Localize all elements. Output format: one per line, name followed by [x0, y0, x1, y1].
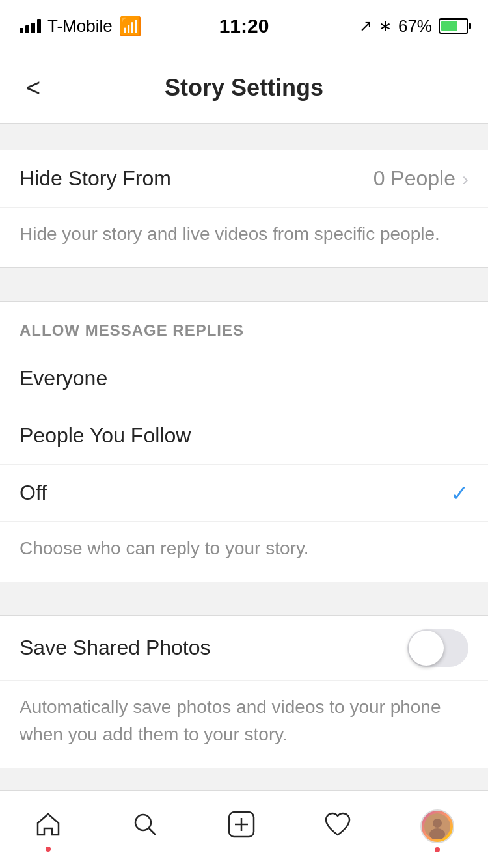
- battery-percent: 67%: [398, 16, 432, 36]
- home-icon: [34, 810, 62, 843]
- nav-home[interactable]: [34, 810, 62, 843]
- reply-option-following[interactable]: People You Follow: [0, 407, 488, 465]
- hide-story-description: Hide your story and live videos from spe…: [0, 208, 488, 267]
- nav-add[interactable]: [227, 810, 256, 843]
- svg-point-6: [433, 819, 442, 828]
- bluetooth-icon: ∗: [379, 17, 392, 35]
- reply-option-off[interactable]: Off ✓: [0, 465, 488, 522]
- home-dot: [46, 847, 51, 852]
- hide-story-section: Hide Story From 0 People › Hide your sto…: [0, 150, 488, 268]
- reply-everyone-label: Everyone: [20, 366, 107, 390]
- status-time: 11:20: [219, 15, 269, 37]
- hide-story-label: Hide Story From: [20, 167, 171, 191]
- page-title: Story Settings: [165, 74, 323, 102]
- nav-search[interactable]: [131, 810, 159, 843]
- replies-description: Choose who can reply to your story.: [0, 522, 488, 582]
- svg-line-1: [149, 828, 156, 835]
- reply-option-everyone[interactable]: Everyone: [0, 350, 488, 407]
- section-gap-1: [0, 268, 488, 301]
- profile-avatar: [420, 809, 454, 843]
- bottom-nav: [0, 790, 488, 868]
- heart-icon: [323, 810, 352, 843]
- hide-story-count: 0 People: [373, 167, 455, 191]
- search-icon: [131, 810, 159, 843]
- checkmark-icon: ✓: [450, 480, 468, 506]
- signal-icon: [20, 19, 41, 33]
- add-icon: [227, 810, 256, 843]
- message-replies-header: ALLOW MESSAGE REPLIES: [0, 301, 488, 350]
- status-bar: T-Mobile 📶 11:20 ↗ ∗ 67%: [0, 0, 488, 52]
- save-photos-toggle[interactable]: [407, 629, 468, 667]
- wifi-icon: 📶: [119, 16, 142, 37]
- nav-bar: < Story Settings: [0, 52, 488, 124]
- chevron-right-icon: ›: [462, 168, 468, 190]
- nav-activity[interactable]: [323, 810, 352, 843]
- save-photos-label: Save Shared Photos: [20, 636, 211, 660]
- carrier-label: T-Mobile: [47, 16, 113, 36]
- reply-following-label: People You Follow: [20, 424, 191, 448]
- battery-icon: [439, 18, 468, 34]
- save-photos-row: Save Shared Photos: [0, 616, 488, 681]
- hide-story-row[interactable]: Hide Story From 0 People ›: [0, 150, 488, 208]
- toggle-knob: [409, 631, 444, 666]
- reply-off-label: Off: [20, 481, 47, 505]
- message-replies-section: ALLOW MESSAGE REPLIES Everyone People Yo…: [0, 301, 488, 582]
- profile-dot: [435, 847, 440, 852]
- section-gap-2: [0, 582, 488, 615]
- save-photos-section: Save Shared Photos Automatically save ph…: [0, 615, 488, 768]
- svg-point-0: [135, 815, 151, 830]
- hide-story-value-group: 0 People ›: [373, 167, 468, 191]
- location-icon: ↗: [359, 17, 372, 35]
- status-right: ↗ ∗ 67%: [359, 16, 468, 36]
- save-photos-description: Automatically save photos and videos to …: [0, 681, 488, 768]
- nav-profile[interactable]: [420, 809, 454, 843]
- status-left: T-Mobile 📶: [20, 16, 142, 37]
- back-button[interactable]: <: [20, 69, 47, 107]
- top-spacer: [0, 124, 488, 150]
